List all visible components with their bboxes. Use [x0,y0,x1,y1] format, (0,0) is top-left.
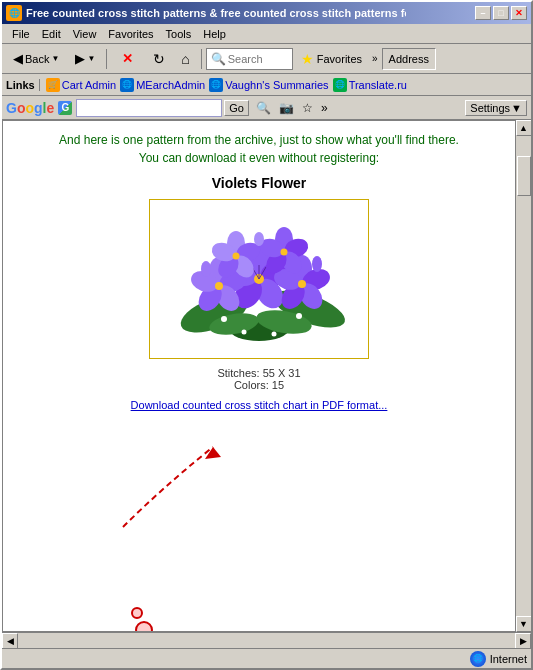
window-controls: – □ ✕ [475,6,527,20]
google-icon-more[interactable]: » [318,100,331,116]
back-label: Back [25,53,49,65]
menu-favorites[interactable]: Favorites [102,26,159,42]
search-box[interactable]: 🔍 [206,48,293,70]
google-search-box[interactable] [76,99,222,117]
annotation-area: We'll click where the red arrow points, … [23,427,495,607]
google-search-input[interactable] [79,102,219,114]
svg-point-42 [201,261,211,277]
status-bar: 🌐 Internet [2,648,531,668]
pattern-title: Violets Flower [23,175,495,191]
forward-icon: ▶ [75,51,85,66]
scroll-track[interactable] [516,136,532,616]
download-link[interactable]: Download counted cross stitch chart in P… [23,399,495,411]
favorites-button[interactable]: ★ Favorites [295,49,368,69]
scroll-up-button[interactable]: ▲ [516,120,532,136]
minimize-button[interactable]: – [475,6,491,20]
pattern-stats: Stitches: 55 X 31 Colors: 15 [23,367,495,391]
svg-point-43 [312,256,322,272]
links-bar: Links 🛒 Cart Admin 🌐 MEarchAdmin 🌐 Vaugh… [2,74,531,96]
intro-line2: You can download it even without registe… [139,151,379,165]
window-title: Free counted cross stitch patterns & fre… [26,7,406,19]
home-button[interactable]: ⌂ [174,47,196,71]
svg-point-5 [221,316,227,322]
content-wrapper: And here is one pattern from the archive… [2,120,531,632]
horizontal-scrollbar: ◀ ▶ [2,632,531,648]
favorites-label: Favorites [317,53,362,65]
browser-window: 🌐 Free counted cross stitch patterns & f… [0,0,533,670]
stop-button[interactable]: ✕ [111,47,144,71]
google-icon-star[interactable]: ☆ [299,100,316,116]
menu-view[interactable]: View [67,26,103,42]
stitches-count: Stitches: 55 X 31 [23,367,495,379]
svg-point-44 [254,232,264,246]
svg-point-8 [272,332,277,337]
google-toolbar-icons: 🔍 📷 ☆ » [253,100,331,116]
back-icon: ◀ [13,51,23,66]
h-scroll-track[interactable] [18,633,515,649]
scroll-thumb[interactable] [517,156,531,196]
forward-button[interactable]: ▶ ▼ [68,47,102,71]
star-icon: ★ [301,51,314,67]
bubble-medium [135,621,153,632]
svg-point-7 [242,330,247,335]
separator-2 [201,49,202,69]
vertical-scrollbar: ▲ ▼ [515,120,531,632]
toolbar: ◀ Back ▼ ▶ ▼ ✕ ↻ ⌂ 🔍 ★ Favorites » Addre… [2,44,531,74]
close-button[interactable]: ✕ [511,6,527,20]
intro-text: And here is one pattern from the archive… [23,131,495,167]
google-toolbar: Google G Go 🔍 📷 ☆ » Settings ▼ [2,96,531,120]
link-mearch-admin[interactable]: 🌐 MEarchAdmin [120,78,205,92]
scroll-down-button[interactable]: ▼ [516,616,532,632]
scroll-left-button[interactable]: ◀ [2,633,18,649]
svg-point-41 [281,249,288,256]
links-label: Links [6,79,40,91]
google-g-icon: G [58,101,72,115]
maximize-button[interactable]: □ [493,6,509,20]
content-area: And here is one pattern from the archive… [2,120,515,632]
menu-tools[interactable]: Tools [160,26,198,42]
svg-point-29 [298,280,306,288]
google-go-button[interactable]: Go [224,100,249,116]
cart-icon: 🛒 [46,78,60,92]
intro-line1: And here is one pattern from the archive… [59,133,459,147]
menu-help[interactable]: Help [197,26,232,42]
refresh-button[interactable]: ↻ [146,47,172,71]
google-icon-camera[interactable]: 📷 [276,100,297,116]
vaughns-icon: 🌐 [209,78,223,92]
status-zone: Internet [490,653,527,665]
scroll-right-button[interactable]: ▶ [515,633,531,649]
colors-count: Colors: 15 [23,379,495,391]
menu-bar: File Edit View Favorites Tools Help [2,24,531,44]
svg-point-35 [233,253,240,260]
link-translate-label: Translate.ru [349,79,407,91]
separator-1 [106,49,107,69]
bubble-small [131,607,143,619]
browser-icon: 🌐 [6,5,22,21]
address-button[interactable]: Address [382,48,436,70]
back-dropdown-icon[interactable]: ▼ [51,54,59,63]
menu-file[interactable]: File [6,26,36,42]
link-cart-admin-label: Cart Admin [62,79,116,91]
toolbar-overflow[interactable]: » [370,53,380,64]
link-vaughns-label: Vaughn's Summaries [225,79,328,91]
refresh-icon: ↻ [153,51,165,67]
link-mearch-label: MEarchAdmin [136,79,205,91]
link-cart-admin[interactable]: 🛒 Cart Admin [46,78,116,92]
search-icon: 🔍 [211,52,226,66]
google-logo: Google [6,100,54,116]
google-icon-search[interactable]: 🔍 [253,100,274,116]
back-button[interactable]: ◀ Back ▼ [6,47,66,71]
mearch-icon: 🌐 [120,78,134,92]
google-settings-button[interactable]: Settings ▼ [465,100,527,116]
forward-dropdown-icon[interactable]: ▼ [87,54,95,63]
address-label: Address [389,53,429,65]
svg-marker-45 [205,447,221,459]
arrow-annotation-svg [23,427,323,547]
violet-flower-svg [154,204,364,354]
menu-edit[interactable]: Edit [36,26,67,42]
search-input[interactable] [228,53,288,65]
pattern-image-box [149,199,369,359]
link-vaughns-summaries[interactable]: 🌐 Vaughn's Summaries [209,78,328,92]
link-translate-ru[interactable]: 🌐 Translate.ru [333,78,407,92]
internet-icon: 🌐 [470,651,486,667]
